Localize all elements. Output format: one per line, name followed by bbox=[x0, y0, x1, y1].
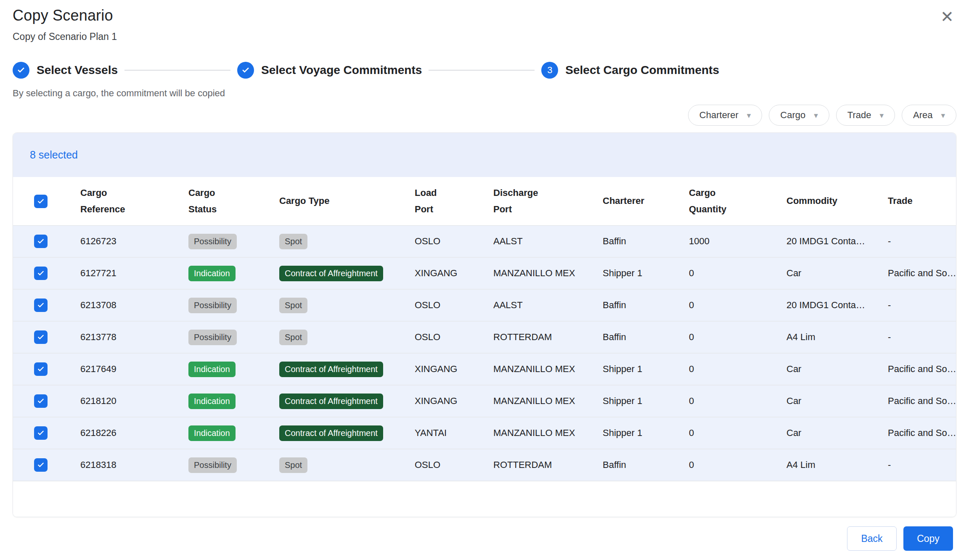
step-select-cargo-commitments[interactable]: 3 Select Cargo Commitments bbox=[541, 62, 719, 79]
table-row[interactable]: 6218120 Indication Contract of Affreight… bbox=[13, 386, 956, 417]
cargo-type-badge: Contract of Affreightment bbox=[279, 394, 383, 409]
filter-label: Charterer bbox=[699, 110, 739, 121]
step-label: Select Vessels bbox=[37, 63, 118, 77]
cell-cargo-reference: 6126723 bbox=[80, 236, 188, 247]
table-row[interactable]: 6127721 Indication Contract of Affreight… bbox=[13, 258, 956, 290]
page-title: Copy Scenario bbox=[13, 7, 956, 24]
cell-charterer: Shipper 1 bbox=[603, 364, 689, 375]
row-checkbox[interactable] bbox=[34, 362, 48, 376]
step-connector bbox=[429, 70, 535, 71]
table-row[interactable]: 6213708 Possibility Spot OSLO AALST Baff… bbox=[13, 290, 956, 322]
cell-cargo-quantity: 0 bbox=[689, 428, 786, 438]
cell-cargo-reference: 6213778 bbox=[80, 332, 188, 343]
cell-charterer: Baffin bbox=[603, 300, 689, 311]
cargo-type-badge: Spot bbox=[279, 457, 307, 473]
status-badge: Indication bbox=[188, 362, 236, 377]
cell-trade: Pacific and So… bbox=[888, 428, 956, 438]
cell-cargo-reference: 6218120 bbox=[80, 396, 188, 407]
column-header-cargo-quantity: CargoQuantity bbox=[689, 185, 786, 217]
cell-commodity: Car bbox=[786, 268, 888, 279]
filter-label: Area bbox=[913, 110, 932, 121]
cell-trade: - bbox=[888, 300, 956, 311]
table-row[interactable]: 6126723 Possibility Spot OSLO AALST Baff… bbox=[13, 226, 956, 258]
step-number-badge: 3 bbox=[541, 62, 558, 79]
cell-discharge-port: MANZANILLO MEX bbox=[493, 396, 603, 407]
dialog-subtitle: Copy of Scenario Plan 1 bbox=[13, 31, 956, 42]
cell-cargo-status: Indication bbox=[188, 266, 279, 281]
cell-cargo-quantity: 0 bbox=[689, 268, 786, 279]
select-all-checkbox[interactable] bbox=[34, 195, 48, 208]
row-checkbox[interactable] bbox=[34, 330, 48, 344]
cell-cargo-reference: 6218318 bbox=[80, 460, 188, 470]
cell-charterer: Baffin bbox=[603, 236, 689, 247]
cell-load-port: OSLO bbox=[415, 332, 493, 343]
filter-charterer[interactable]: Charterer ▾ bbox=[688, 105, 762, 126]
filter-trade[interactable]: Trade ▾ bbox=[836, 105, 895, 126]
cell-commodity: 20 IMDG1 Conta… bbox=[786, 236, 888, 247]
back-button[interactable]: Back bbox=[847, 526, 897, 551]
column-header-cargo-status: CargoStatus bbox=[188, 185, 279, 217]
close-icon[interactable]: ✕ bbox=[936, 6, 958, 28]
cell-commodity: A4 Lim bbox=[786, 460, 888, 470]
filter-bar: Charterer ▾ Cargo ▾ Trade ▾ Area ▾ bbox=[13, 105, 956, 126]
filter-label: Cargo bbox=[780, 110, 805, 121]
cell-cargo-reference: 6213708 bbox=[80, 300, 188, 311]
stepper: Select Vessels Select Voyage Commitments… bbox=[13, 62, 956, 79]
column-header-commodity: Commodity bbox=[786, 193, 888, 209]
cell-trade: - bbox=[888, 332, 956, 343]
cell-trade: - bbox=[888, 460, 956, 470]
row-checkbox[interactable] bbox=[34, 394, 48, 408]
cell-cargo-status: Indication bbox=[188, 425, 279, 441]
status-badge: Possibility bbox=[188, 234, 237, 249]
cell-load-port: OSLO bbox=[415, 460, 493, 470]
cell-discharge-port: MANZANILLO MEX bbox=[493, 428, 603, 438]
filter-cargo[interactable]: Cargo ▾ bbox=[769, 105, 829, 126]
cell-cargo-type: Spot bbox=[279, 234, 415, 249]
cell-charterer: Baffin bbox=[603, 460, 689, 470]
cell-load-port: OSLO bbox=[415, 300, 493, 311]
table-header-row: CargoReference CargoStatus Cargo Type Lo… bbox=[13, 177, 956, 226]
cell-cargo-type: Spot bbox=[279, 298, 415, 313]
cargo-type-badge: Contract of Affreightment bbox=[279, 425, 383, 441]
cell-charterer: Shipper 1 bbox=[603, 396, 689, 407]
row-checkbox[interactable] bbox=[34, 298, 48, 312]
row-checkbox[interactable] bbox=[34, 267, 48, 280]
filter-area[interactable]: Area ▾ bbox=[902, 105, 956, 126]
cell-cargo-type: Contract of Affreightment bbox=[279, 425, 415, 441]
cell-cargo-type: Spot bbox=[279, 330, 415, 345]
step-complete-check-icon bbox=[237, 62, 254, 79]
step-connector bbox=[124, 70, 230, 71]
chevron-down-icon: ▾ bbox=[747, 111, 751, 119]
step-select-voyage-commitments[interactable]: Select Voyage Commitments bbox=[237, 62, 422, 79]
table-row[interactable]: 6218318 Possibility Spot OSLO ROTTERDAM … bbox=[13, 449, 956, 481]
column-header-discharge-port: DischargePort bbox=[493, 185, 603, 217]
row-checkbox[interactable] bbox=[34, 235, 48, 248]
cell-load-port: YANTAI bbox=[415, 428, 493, 438]
cell-cargo-quantity: 0 bbox=[689, 396, 786, 407]
cell-discharge-port: AALST bbox=[493, 300, 603, 311]
cell-discharge-port: MANZANILLO MEX bbox=[493, 364, 603, 375]
cell-charterer: Shipper 1 bbox=[603, 428, 689, 438]
cell-cargo-quantity: 0 bbox=[689, 300, 786, 311]
column-header-cargo-reference: CargoReference bbox=[80, 185, 188, 217]
table-row[interactable]: 6218226 Indication Contract of Affreight… bbox=[13, 417, 956, 449]
row-checkbox[interactable] bbox=[34, 426, 48, 440]
cell-commodity: Car bbox=[786, 364, 888, 375]
cell-load-port: OSLO bbox=[415, 236, 493, 247]
cell-discharge-port: ROTTERDAM bbox=[493, 332, 603, 343]
column-header-cargo-type: Cargo Type bbox=[279, 193, 415, 209]
cell-cargo-status: Indication bbox=[188, 362, 279, 377]
status-badge: Possibility bbox=[188, 298, 237, 313]
cell-cargo-quantity: 0 bbox=[689, 460, 786, 470]
status-badge: Indication bbox=[188, 394, 236, 409]
cargo-type-badge: Spot bbox=[279, 330, 307, 345]
step-select-vessels[interactable]: Select Vessels bbox=[13, 62, 118, 79]
table-row[interactable]: 6213778 Possibility Spot OSLO ROTTERDAM … bbox=[13, 322, 956, 354]
table-row[interactable]: 6217649 Indication Contract of Affreight… bbox=[13, 354, 956, 386]
chevron-down-icon: ▾ bbox=[879, 111, 884, 119]
chevron-down-icon: ▾ bbox=[941, 111, 945, 119]
copy-button[interactable]: Copy bbox=[903, 526, 953, 551]
cell-load-port: XINGANG bbox=[415, 396, 493, 407]
cell-cargo-type: Contract of Affreightment bbox=[279, 362, 415, 377]
row-checkbox[interactable] bbox=[34, 458, 48, 472]
